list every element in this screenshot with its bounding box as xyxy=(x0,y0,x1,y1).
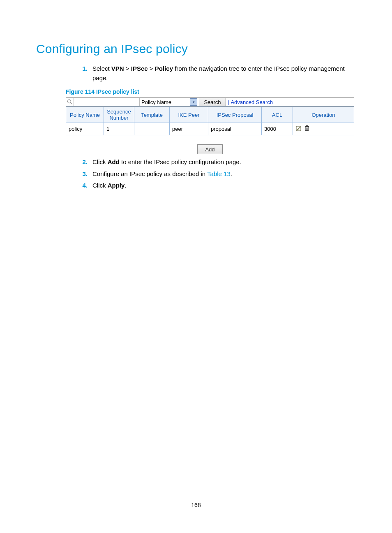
figure-ipsec-policy-list: Policy Name ▾ Search | Advanced Search P… xyxy=(66,97,354,154)
step3-pre: Configure an IPsec policy as described i… xyxy=(92,170,207,177)
svg-rect-4 xyxy=(305,126,309,127)
step-1: 1. Select VPN > IPSec > Policy from the … xyxy=(75,64,356,83)
step1-pre: Select xyxy=(92,65,111,72)
th-policy-name: Policy Name xyxy=(66,107,104,123)
step-number: 3. xyxy=(75,169,92,179)
step2-pre: Click xyxy=(92,158,108,165)
svg-rect-5 xyxy=(306,125,308,126)
step-number: 4. xyxy=(75,181,92,190)
th-ike-peer: IKE Peer xyxy=(170,107,208,123)
separator-pipe: | xyxy=(228,99,229,105)
th-sequence-number: Sequence Number xyxy=(104,107,134,123)
step-text: Configure an IPsec policy as described i… xyxy=(92,169,356,179)
figure-caption: Figure 114 IPsec policy list xyxy=(66,88,356,95)
cell-policy-name: policy xyxy=(66,123,104,135)
nav-vpn: VPN xyxy=(111,65,124,72)
step2-post: to enter the IPsec policy configuration … xyxy=(120,158,241,165)
step2-bold: Add xyxy=(108,158,120,165)
nav-policy: Policy xyxy=(155,65,173,72)
step4-pre: Click xyxy=(92,182,108,189)
th-ipsec-proposal: IPSec Proposal xyxy=(208,107,262,123)
step-4: 4. Click Apply. xyxy=(75,181,356,190)
step-text: Click Apply. xyxy=(92,181,356,190)
table-row: policy 1 peer proposal 3000 xyxy=(66,123,354,135)
step-3: 3. Configure an IPsec policy as describe… xyxy=(75,169,356,179)
search-bar: Policy Name ▾ Search | Advanced Search xyxy=(66,97,354,107)
search-input[interactable] xyxy=(74,98,140,106)
cell-acl: 3000 xyxy=(262,123,293,135)
search-icon xyxy=(66,98,74,106)
th-operation: Operation xyxy=(293,107,354,123)
search-select-value: Policy Name xyxy=(141,99,171,105)
search-field-select[interactable]: Policy Name ▾ xyxy=(140,98,199,106)
cell-ipsec-proposal: proposal xyxy=(208,123,262,135)
step-text: Click Add to enter the IPsec policy conf… xyxy=(92,158,356,167)
th-acl: ACL xyxy=(262,107,293,123)
step-number: 2. xyxy=(75,158,92,167)
sep2: > xyxy=(148,65,155,72)
sep1: > xyxy=(124,65,131,72)
chevron-down-icon: ▾ xyxy=(190,98,197,106)
svg-line-1 xyxy=(71,103,72,104)
cell-sequence-number: 1 xyxy=(104,123,134,135)
cell-template xyxy=(134,123,170,135)
cell-ike-peer: peer xyxy=(170,123,208,135)
step3-post: . xyxy=(231,170,232,177)
edit-icon[interactable] xyxy=(295,125,302,133)
svg-point-0 xyxy=(68,100,71,103)
add-button[interactable]: Add xyxy=(197,144,223,154)
step4-post: . xyxy=(125,182,126,189)
step-number: 1. xyxy=(75,64,92,83)
step-2: 2. Click Add to enter the IPsec policy c… xyxy=(75,158,356,167)
table-13-link[interactable]: Table 13 xyxy=(207,170,231,177)
page-title: Configuring an IPsec policy xyxy=(36,42,356,56)
delete-icon[interactable] xyxy=(304,125,310,133)
step-text: Select VPN > IPSec > Policy from the nav… xyxy=(92,64,356,83)
advanced-search-link[interactable]: Advanced Search xyxy=(231,99,273,105)
ipsec-policy-table: Policy Name Sequence Number Template IKE… xyxy=(66,107,354,135)
search-button[interactable]: Search xyxy=(199,98,226,106)
nav-ipsec: IPSec xyxy=(131,65,148,72)
page-number: 168 xyxy=(0,502,392,508)
cell-operation xyxy=(293,123,354,135)
th-template: Template xyxy=(134,107,170,123)
step4-bold: Apply xyxy=(108,182,125,189)
